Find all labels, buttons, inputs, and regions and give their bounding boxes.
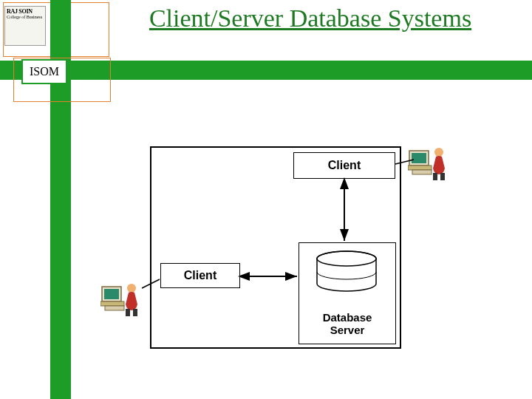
client-left-label: Client [184, 269, 216, 282]
client-box-top: Client [293, 152, 395, 179]
logo-line2: College of Business [5, 15, 45, 19]
svg-rect-15 [133, 309, 137, 316]
svg-rect-5 [412, 170, 432, 174]
svg-rect-4 [408, 166, 432, 170]
server-label-line2: Server [330, 324, 365, 336]
svg-rect-11 [100, 301, 124, 306]
isom-label: ISOM [30, 65, 59, 78]
isom-box: ISOM [21, 59, 67, 84]
college-logo: RAJ SOIN College of Business [4, 6, 46, 46]
svg-rect-7 [433, 173, 437, 180]
client-top-label: Client [328, 159, 361, 171]
svg-rect-10 [104, 289, 119, 299]
slide-title: Client/Server Database Systems [126, 4, 495, 32]
svg-rect-3 [412, 153, 426, 163]
svg-rect-14 [126, 309, 130, 316]
server-label-line1: Database [323, 311, 372, 324]
svg-rect-12 [105, 306, 124, 310]
svg-rect-8 [440, 173, 445, 180]
slide-stage: RAJ SOIN College of Business ISOM Client… [0, 0, 532, 399]
user-computer-icon [408, 145, 449, 182]
database-server-label: Database Server [299, 312, 395, 336]
client-box-left: Client [160, 263, 240, 288]
svg-point-6 [434, 148, 443, 157]
svg-point-13 [127, 284, 136, 293]
database-cylinder-icon [313, 250, 380, 294]
logo-line1: RAJ SOIN [5, 7, 45, 15]
user-computer-icon [100, 281, 142, 318]
